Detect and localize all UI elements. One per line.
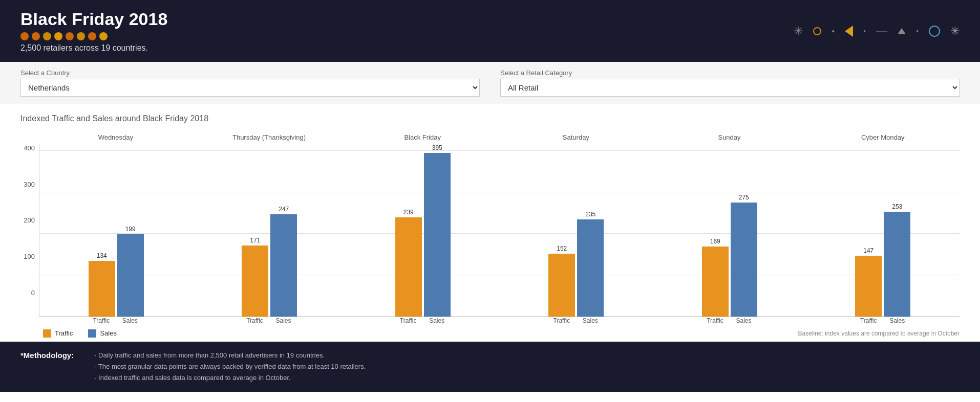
page-title: Black Friday 2018 bbox=[20, 9, 167, 29]
chart-container: 0100200300400 13419917124723939515223516… bbox=[20, 144, 960, 317]
header-dot bbox=[77, 32, 85, 40]
day-group: 239395 bbox=[346, 144, 500, 317]
traffic-bar bbox=[548, 254, 575, 317]
asterisk-icon: ✳ bbox=[794, 25, 803, 38]
sales-bar-wrap: 395 bbox=[424, 144, 451, 317]
traffic-value: 169 bbox=[710, 238, 720, 245]
category-select[interactable]: All RetailElectronicsFashionHome & Garde… bbox=[500, 79, 960, 97]
chart-body: 134199171247239395152235169275147253 bbox=[39, 144, 960, 317]
traffic-value: 134 bbox=[97, 252, 107, 259]
y-axis-label: 100 bbox=[20, 253, 35, 260]
sales-value: 235 bbox=[585, 211, 595, 218]
sales-bar bbox=[270, 214, 297, 317]
controls-bar: Select a Country NetherlandsUnited State… bbox=[0, 62, 980, 104]
circle-orange-icon bbox=[813, 27, 821, 35]
y-axis-label: 300 bbox=[20, 181, 35, 188]
traffic-bar bbox=[855, 256, 882, 317]
sales-bar-wrap: 247 bbox=[270, 144, 297, 317]
traffic-bar-wrap: 152 bbox=[548, 144, 575, 317]
header: Black Friday 2018 2,500 retailers across… bbox=[0, 0, 980, 62]
bars-row: 169275 bbox=[653, 144, 806, 317]
sales-value: 275 bbox=[739, 194, 749, 201]
sales-bar-wrap: 253 bbox=[884, 144, 910, 317]
x-traffic-label: Traffic bbox=[242, 317, 268, 324]
bars-row: 134199 bbox=[39, 144, 193, 317]
bars-row: 239395 bbox=[346, 144, 500, 317]
x-sales-label: Sales bbox=[270, 317, 297, 324]
traffic-bar-wrap: 239 bbox=[395, 144, 422, 317]
traffic-bar-wrap: 134 bbox=[89, 144, 115, 317]
day-header: Saturday bbox=[499, 133, 653, 141]
day-header: Cyber Monday bbox=[806, 133, 960, 141]
x-traffic-label: Traffic bbox=[88, 317, 115, 324]
x-sales-label: Sales bbox=[423, 317, 450, 324]
x-labels: TrafficSalesTrafficSalesTrafficSalesTraf… bbox=[39, 317, 960, 324]
header-dot bbox=[43, 32, 51, 40]
header-dot bbox=[20, 32, 29, 40]
traffic-value: 147 bbox=[863, 247, 874, 254]
bars-row: 147253 bbox=[806, 144, 960, 317]
sales-bar bbox=[424, 153, 451, 317]
x-label-group: TrafficSales bbox=[346, 317, 499, 324]
header-left: Black Friday 2018 2,500 retailers across… bbox=[20, 9, 167, 53]
x-label-group: TrafficSales bbox=[806, 317, 960, 324]
chart-title: Indexed Traffic and Sales around Black F… bbox=[20, 114, 960, 123]
sales-bar-wrap: 199 bbox=[117, 144, 144, 317]
x-sales-label: Sales bbox=[884, 317, 910, 324]
header-dot bbox=[54, 32, 62, 40]
y-axis-label: 200 bbox=[20, 216, 35, 224]
day-header: Wednesday bbox=[39, 133, 193, 141]
legend-baseline: Traffic Sales Baseline: index values are… bbox=[20, 324, 960, 342]
y-axis-label: 400 bbox=[20, 144, 35, 152]
dot-sm-icon: ● bbox=[863, 29, 866, 33]
x-traffic-label: Traffic bbox=[702, 317, 729, 324]
category-control: Select a Retail Category All RetailElect… bbox=[500, 69, 960, 97]
sales-bar bbox=[117, 234, 144, 317]
line-icon: — bbox=[876, 25, 887, 38]
sales-bar-wrap: 235 bbox=[577, 144, 604, 317]
x-sales-label: Sales bbox=[117, 317, 143, 324]
x-traffic-label: Traffic bbox=[855, 317, 882, 324]
legend-traffic: Traffic bbox=[43, 329, 73, 338]
header-subtitle: 2,500 retailers across 19 countries. bbox=[20, 43, 167, 53]
sales-value: 253 bbox=[892, 203, 902, 210]
day-group: 147253 bbox=[806, 144, 960, 317]
header-dot bbox=[32, 32, 40, 40]
x-sales-label: Sales bbox=[731, 317, 757, 324]
day-group: 152235 bbox=[500, 144, 653, 317]
country-control: Select a Country NetherlandsUnited State… bbox=[20, 69, 480, 97]
sales-value: 395 bbox=[432, 144, 442, 151]
traffic-value: 171 bbox=[250, 237, 260, 244]
traffic-bar bbox=[702, 247, 729, 317]
day-group: 134199 bbox=[39, 144, 193, 317]
day-header-row: WednesdayThursday (Thanksgiving)Black Fr… bbox=[20, 133, 960, 141]
sales-legend-label: Sales bbox=[100, 329, 117, 337]
day-header: Thursday (Thanksgiving) bbox=[193, 133, 346, 141]
day-headers: WednesdayThursday (Thanksgiving)Black Fr… bbox=[39, 133, 960, 141]
day-group: 169275 bbox=[653, 144, 806, 317]
sales-legend-box bbox=[88, 329, 96, 338]
traffic-bar-wrap: 147 bbox=[855, 144, 882, 317]
dot2-icon: ● bbox=[916, 29, 919, 33]
header-dot bbox=[99, 32, 108, 40]
chart-section: Indexed Traffic and Sales around Black F… bbox=[0, 104, 980, 342]
traffic-bar-wrap: 169 bbox=[702, 144, 729, 317]
x-traffic-label: Traffic bbox=[395, 317, 421, 324]
traffic-bar bbox=[242, 245, 268, 316]
sales-bar bbox=[731, 203, 757, 317]
day-header: Black Friday bbox=[346, 133, 499, 141]
x-sales-label: Sales bbox=[577, 317, 604, 324]
legend: Traffic Sales bbox=[43, 329, 117, 338]
dots-row bbox=[20, 32, 167, 40]
y-axis-label: 0 bbox=[20, 289, 35, 297]
footer-bullet: - Daily traffic and sales from more than… bbox=[94, 350, 366, 361]
country-label: Select a Country bbox=[20, 69, 480, 77]
sales-bar bbox=[884, 212, 910, 317]
x-label-group: TrafficSales bbox=[499, 317, 653, 324]
traffic-bar bbox=[89, 261, 115, 316]
x-label-group: TrafficSales bbox=[39, 317, 193, 324]
country-select[interactable]: NetherlandsUnited StatesUnited KingdomGe… bbox=[20, 79, 480, 97]
footer-bullet: - The most granular data points are alwa… bbox=[94, 361, 366, 372]
traffic-legend-box bbox=[43, 329, 51, 338]
traffic-legend-label: Traffic bbox=[55, 329, 73, 337]
